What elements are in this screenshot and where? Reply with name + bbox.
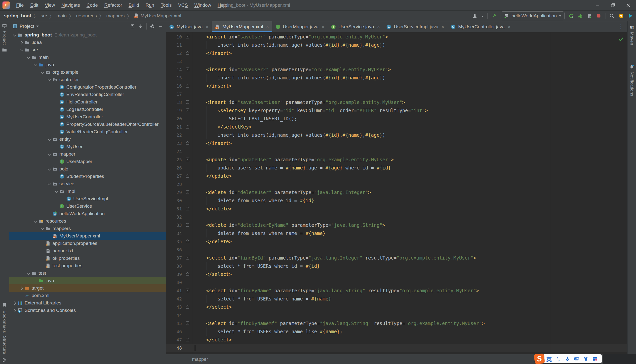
code-line[interactable]: 34 delete from users where name = #{name… — [166, 229, 627, 238]
stripe-project-label[interactable]: Project — [2, 31, 7, 45]
chevron-expanded-icon[interactable] — [47, 151, 52, 157]
xml-breadcrumb-mapper[interactable]: mapper — [192, 354, 208, 364]
code-line[interactable]: 10 <insert id="saveUser" parameterType="… — [166, 33, 627, 41]
project-tree-item[interactable]: CPropertySourceValueReaderOhterControlle… — [9, 120, 166, 128]
project-tree-item[interactable]: CValueReaderConfigController — [9, 128, 166, 136]
minimize-button[interactable] — [590, 0, 605, 10]
line-number[interactable]: 34 — [166, 229, 182, 238]
line-number[interactable]: 39 — [166, 270, 182, 278]
menu-navigate[interactable]: Navigate — [58, 0, 83, 10]
fold-end-icon[interactable] — [185, 173, 190, 179]
project-panel-title[interactable]: Project — [20, 24, 34, 29]
code-line[interactable]: 36 — [166, 246, 627, 254]
search-everywhere-button[interactable] — [609, 13, 615, 18]
line-number[interactable]: 29 — [166, 188, 182, 196]
fold-end-icon[interactable] — [185, 272, 190, 277]
code-line[interactable]: 33 <delete id="deleteUserByName" paramet… — [166, 221, 627, 229]
ime-english-mode[interactable]: 英 — [546, 355, 552, 363]
tab-close-icon[interactable]: × — [206, 24, 209, 30]
project-tree-item[interactable]: .idea — [9, 39, 166, 46]
tab-myusercontroller-java[interactable]: CMyUserController.java× — [448, 21, 514, 32]
line-number[interactable]: 20 — [166, 115, 182, 123]
code-line[interactable]: 15 insert into users(id,name,age) values… — [166, 74, 627, 82]
settings-button[interactable] — [150, 24, 155, 29]
breadcrumb-item[interactable]: resources — [76, 13, 97, 18]
project-tree-item[interactable]: CEnvReaderConfigController — [9, 91, 166, 98]
stripe-bookmarks-label[interactable]: Bookmarks — [2, 311, 7, 333]
fold-start-icon[interactable] — [185, 34, 190, 40]
ime-toolbox-button[interactable] — [592, 356, 598, 361]
fold-start-icon[interactable] — [185, 67, 190, 72]
close-button[interactable] — [620, 0, 636, 10]
line-number[interactable]: 27 — [166, 172, 182, 180]
project-tree-item[interactable]: service — [9, 180, 166, 188]
line-number[interactable]: 45 — [166, 319, 182, 328]
code-line[interactable]: 11 insert into users(id,name,age) values… — [166, 41, 627, 49]
line-number[interactable]: 11 — [166, 41, 182, 49]
chevron-expanded-icon[interactable] — [47, 77, 52, 83]
code-line[interactable]: 48 — [166, 344, 627, 352]
project-tree-item[interactable]: main — [9, 54, 166, 61]
line-number[interactable]: 44 — [166, 311, 182, 319]
stop-button[interactable] — [596, 13, 601, 18]
ime-voice-button[interactable] — [565, 356, 570, 361]
code-line[interactable]: 16 </insert> — [166, 82, 627, 90]
line-number[interactable]: 24 — [166, 148, 182, 156]
fold-start-icon[interactable] — [185, 320, 190, 326]
chevron-expanded-icon[interactable] — [12, 32, 18, 38]
maven-icon[interactable]: m — [630, 24, 634, 30]
project-tree-item[interactable]: controller — [9, 76, 166, 83]
code-line[interactable]: 25 <update id="updateUser" parameterType… — [166, 156, 627, 164]
chevron-expanded-icon[interactable] — [26, 54, 32, 60]
tab-close-icon[interactable]: × — [442, 24, 445, 30]
tab-close-icon[interactable]: × — [377, 24, 380, 30]
project-tree-item[interactable]: mappers — [9, 225, 166, 232]
fold-start-icon[interactable] — [185, 288, 190, 293]
run-configuration-combo[interactable]: helloWorldApplication — [501, 12, 565, 20]
project-tree-item[interactable]: Scratches and Consoles — [9, 307, 166, 314]
breadcrumb-item[interactable]: <>MyUserMapper.xml — [134, 13, 181, 18]
line-number[interactable]: 42 — [166, 295, 182, 303]
fold-start-icon[interactable] — [185, 255, 190, 260]
menu-file[interactable]: File — [13, 0, 27, 10]
tab-userserviceimpl-java[interactable]: CUserServiceImpl.java× — [383, 21, 448, 32]
fold-end-icon[interactable] — [185, 83, 190, 88]
fold-start-icon[interactable] — [185, 108, 190, 113]
project-tree-item[interactable]: resources — [9, 217, 166, 225]
breadcrumb-item[interactable]: src — [41, 13, 47, 18]
project-tree-item[interactable]: External Libraries — [9, 299, 166, 307]
plugin-colorful-button[interactable] — [627, 13, 633, 18]
project-tree-item[interactable]: CStudentProperties — [9, 173, 166, 180]
code-line[interactable]: 44 — [166, 311, 627, 319]
code-line[interactable]: 45 <select id="findByNameMf" parameterTy… — [166, 319, 627, 328]
stripe-maven-label[interactable]: Maven — [629, 32, 634, 46]
chevron-expanded-icon[interactable] — [26, 270, 32, 276]
tab-myusermapper-xml[interactable]: <>MyUserMapper.xml× — [212, 21, 272, 32]
line-number[interactable]: 35 — [166, 238, 182, 246]
code-line[interactable]: 39 </select> — [166, 270, 627, 278]
stripe-structure-label[interactable]: Structure — [2, 336, 7, 354]
line-number[interactable]: 43 — [166, 303, 182, 311]
line-number[interactable]: 36 — [166, 246, 182, 254]
line-number[interactable]: 41 — [166, 286, 182, 295]
code-line[interactable]: 41 <select id="findByName" parameterType… — [166, 286, 627, 295]
code-editor[interactable]: 10 <insert id="saveUser" parameterType="… — [166, 32, 627, 364]
line-number[interactable]: 14 — [166, 66, 182, 74]
project-tree-item[interactable]: application.properties — [9, 240, 166, 247]
chevron-collapsed-icon[interactable] — [19, 40, 25, 46]
project-tree-item[interactable]: mapper — [9, 150, 166, 158]
line-number[interactable]: 38 — [166, 262, 182, 270]
fold-start-icon[interactable] — [185, 190, 190, 195]
menu-view[interactable]: View — [42, 0, 58, 10]
chevron-expanded-icon[interactable] — [19, 47, 25, 53]
breadcrumb-item[interactable]: mappers — [106, 13, 125, 18]
profiler-button[interactable] — [587, 13, 592, 18]
code-line[interactable]: 29 <delete id="deleteUser" parameterType… — [166, 188, 627, 196]
line-number[interactable]: 22 — [166, 131, 182, 139]
chevron-expanded-icon[interactable] — [33, 62, 39, 68]
tab-userservice-java[interactable]: IUserService.java× — [328, 21, 383, 32]
code-line[interactable]: 19 <selectKey keyProperty="id" keyColumn… — [166, 106, 627, 115]
line-number[interactable]: 13 — [166, 57, 182, 66]
project-tree-item[interactable]: src — [9, 46, 166, 54]
debug-button[interactable] — [578, 13, 583, 18]
